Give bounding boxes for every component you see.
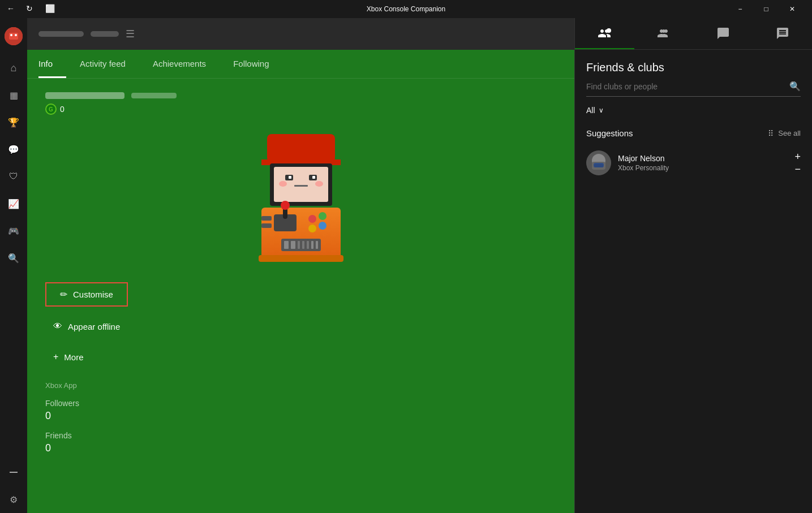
svg-point-3 [15,34,17,36]
search-input[interactable] [586,82,789,91]
chat-icon [716,27,730,40]
save-icon[interactable]: ⬜ [45,4,55,14]
svg-rect-14 [294,185,308,187]
add-button[interactable]: + [794,152,801,162]
svg-rect-32 [261,216,272,221]
header-menu-icon: ☰ [126,28,135,40]
gamerscore-icon: G [45,104,57,115]
search-icon: 🔍 [8,253,19,264]
sidebar: ⌂ ▦ 🏆 💬 🛡 📈 🎮 🔍 ⚙ [0,18,27,513]
svg-rect-11 [312,176,315,179]
suggestions-title: Suggestions [586,128,633,138]
svg-rect-33 [261,223,272,228]
grid-icon: ⠿ [768,129,774,138]
svg-point-20 [308,215,316,223]
profile-content: G 0 [27,79,574,513]
svg-rect-1 [9,33,18,40]
back-icon[interactable]: ← [7,4,17,14]
tab-activity[interactable]: Activity feed [66,50,139,78]
app-body: ⌂ ▦ 🏆 💬 🛡 📈 🎮 🔍 ⚙ [0,18,812,513]
sidebar-item-settings[interactable]: ⚙ [0,486,27,513]
profile-tag-blurred [131,93,177,98]
settings-icon: ⚙ [10,494,18,505]
sidebar-item-shield[interactable]: 🛡 [0,163,27,190]
svg-rect-10 [289,176,291,179]
right-panel: + [574,18,812,513]
svg-rect-29 [307,241,309,249]
header-line-2 [91,31,119,37]
svg-rect-4 [267,134,335,162]
friends-stat: Friends 0 [45,431,556,454]
rp-tab-clubs[interactable] [634,18,694,49]
suggestion-avatar [586,150,611,175]
minimize-button[interactable]: − [727,0,753,18]
minus-icon [10,472,18,473]
titlebar: ← ↻ ⬜ Xbox Console Companion − □ ✕ [0,0,812,18]
nav-tabs: Info Activity feed Achievements Followin… [27,50,574,79]
suggestion-actions: + − [794,152,801,174]
svg-rect-27 [298,241,300,249]
section-label: Xbox App [45,381,556,390]
sidebar-item-dashboard[interactable]: ▦ [0,81,27,109]
maximize-button[interactable]: □ [753,0,779,18]
shield-icon: 🛡 [9,171,18,182]
refresh-icon[interactable]: ↻ [26,4,36,14]
sidebar-item-trending[interactable]: 📈 [0,190,27,217]
more-button[interactable]: + More [45,346,92,368]
suggestion-name: Major Nelson [618,154,788,163]
friends-icon: + [598,27,611,40]
svg-point-19 [281,201,290,210]
suggestion-item: Major Nelson Xbox Personality + − [575,145,812,181]
gamerscore-row: G 0 [45,104,556,115]
filter-row: All ∨ [575,106,812,124]
customise-label: Customise [73,290,113,299]
svg-rect-16 [259,255,343,262]
right-panel-content: Friends & clubs 🔍 All ∨ Suggestions ⠿ [575,50,812,513]
titlebar-left: ← ↻ ⬜ [7,4,55,14]
remove-button[interactable]: − [794,164,801,174]
customise-button[interactable]: ✏ Customise [45,282,128,307]
suggestions-header: Suggestions ⠿ See all [575,124,812,145]
trending-icon: 📈 [8,199,19,209]
svg-point-21 [319,212,326,220]
followers-stat: Followers 0 [45,399,556,422]
sidebar-item-home[interactable]: ⌂ [0,54,27,81]
sidebar-item-messages[interactable]: 💬 [0,136,27,163]
main-panel: ☰ Info Activity feed Achievements Follow… [27,18,574,513]
chat-icon: 💬 [8,144,19,155]
avatar [5,27,23,45]
tab-achievements[interactable]: Achievements [139,50,220,78]
rp-tab-lfg[interactable] [753,18,812,49]
profile-name-blurred [45,92,124,99]
header-bar: ☰ [27,18,574,50]
rp-tab-chat[interactable] [694,18,753,49]
appear-offline-label: Appear offline [68,322,120,331]
sidebar-item-minus[interactable] [0,459,27,486]
appear-offline-button[interactable]: 👁 Appear offline [45,316,128,337]
dashboard-icon: ▦ [10,90,18,101]
chevron-down-icon[interactable]: ∨ [599,106,604,114]
sidebar-item-achievements[interactable]: 🏆 [0,109,27,136]
close-button[interactable]: ✕ [779,0,805,18]
sidebar-item-search[interactable]: 🔍 [0,244,27,271]
store-icon: 🎮 [8,226,19,236]
tab-info[interactable]: Info [38,50,66,78]
search-bar[interactable]: 🔍 [586,81,801,97]
more-label: More [64,352,83,362]
friends-label: Friends [45,431,556,440]
window-title: Xbox Console Companion [367,5,445,13]
sidebar-avatar-item[interactable] [0,23,27,50]
clubs-icon [657,27,671,40]
tab-following[interactable]: Following [220,50,282,78]
rp-tab-friends[interactable]: + [575,18,634,49]
svg-point-13 [315,181,323,187]
header-placeholder: ☰ [38,28,135,40]
lfg-icon [776,27,789,40]
sidebar-item-store[interactable]: 🎮 [0,217,27,244]
search-icon[interactable]: 🔍 [789,81,801,92]
see-all-row[interactable]: ⠿ See all [768,129,801,138]
profile-name-row [45,92,556,99]
svg-text:+: + [608,28,611,33]
svg-rect-30 [311,241,313,249]
svg-point-22 [319,222,326,230]
